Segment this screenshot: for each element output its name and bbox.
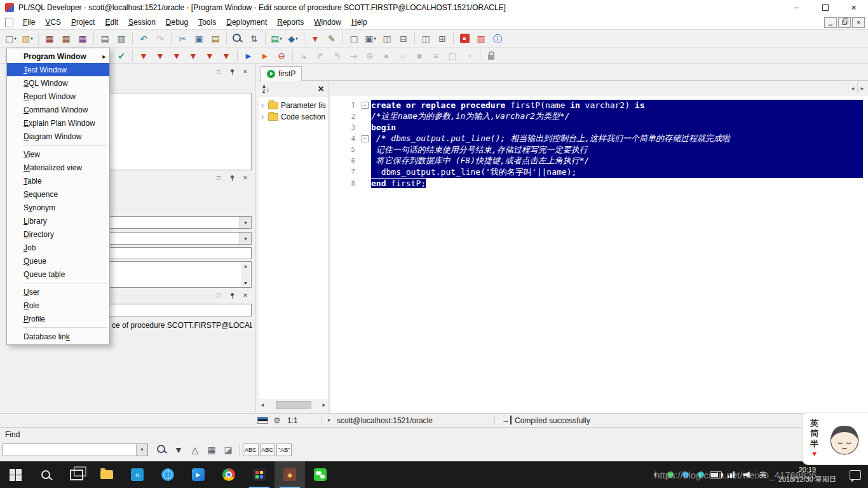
templates-button[interactable]: ▼ — [219, 49, 234, 63]
menu-item-synonym[interactable]: Synonym — [7, 201, 109, 214]
toggle-breakpoint-button[interactable]: ● — [379, 49, 394, 63]
snippets-button[interactable]: ▼ — [202, 49, 217, 63]
execute-button[interactable]: ► — [241, 49, 256, 63]
volume-indicator[interactable] — [739, 461, 754, 488]
dock-close-button[interactable]: ✕ — [241, 292, 249, 299]
dock-maximize-button[interactable]: □ — [215, 174, 222, 182]
redo-button[interactable]: ↷ — [153, 32, 168, 46]
browser-app-button[interactable] — [153, 461, 183, 488]
lock-button[interactable] — [484, 49, 499, 63]
menubar-item-debug[interactable]: Debug — [161, 16, 193, 29]
add-watch-button[interactable]: ⊕ — [362, 49, 377, 63]
wrench-icon[interactable]: ⚙ — [273, 416, 281, 425]
menubar-item-project[interactable]: Project — [66, 16, 100, 29]
game-app-button[interactable] — [244, 461, 275, 488]
task-view-button[interactable] — [61, 461, 92, 488]
direction-down-button[interactable]: ▼ — [171, 443, 186, 457]
new-document-button[interactable]: ▢▾ — [3, 32, 18, 46]
chevron-down-icon[interactable]: ▼ — [327, 418, 331, 423]
syntax-check-button[interactable]: ✔ — [114, 49, 129, 63]
restore-button[interactable] — [811, 0, 839, 15]
run-to-cursor-button[interactable]: ⇥ — [346, 49, 361, 63]
menu-item-user[interactable]: User — [7, 285, 109, 299]
tree-item-parameter-lis[interactable]: ›Parameter lis — [259, 100, 328, 111]
menu-item-materialized-view[interactable]: Materialized view — [7, 161, 109, 174]
menu-item-test-window[interactable]: Test Window — [7, 63, 109, 76]
fold-marker[interactable]: − — [358, 102, 371, 109]
menu-item-library[interactable]: Library — [7, 214, 109, 227]
code-text[interactable]: /*这里name为的参数,in为输入,varchar2为类型*/ — [371, 111, 863, 123]
menu-item-database-link[interactable]: Database link — [7, 330, 109, 343]
window-tile-horizontal-button[interactable]: ◫ — [379, 32, 395, 46]
step-over-button[interactable]: ↱ — [313, 49, 328, 63]
mark-all-button[interactable]: ▦ — [204, 443, 219, 457]
step-out-button[interactable]: ↰ — [329, 49, 344, 63]
find-next-button[interactable] — [154, 443, 170, 457]
menu-item-profile[interactable]: Profile — [7, 312, 109, 325]
copy-screen-button[interactable]: ◫ — [418, 32, 433, 46]
find-button[interactable] — [230, 32, 245, 46]
save-button[interactable]: ▦ — [42, 32, 57, 46]
menu-item-role[interactable]: Role — [7, 299, 109, 312]
scroll-left-button[interactable]: ◄ — [848, 83, 857, 93]
code-text[interactable]: dbms_output.put_line('我的名字叫'||name); — [371, 166, 863, 178]
code-text[interactable]: begin — [371, 122, 863, 133]
menubar-item-tools[interactable]: Tools — [193, 16, 221, 29]
match-case-toggle[interactable]: ABC — [243, 444, 259, 456]
open-file-button[interactable]: ▧▾ — [20, 32, 35, 46]
menu-item-queue[interactable]: Queue — [7, 254, 109, 268]
menubar-item-edit[interactable]: Edit — [100, 16, 123, 29]
scrollbar-thumb[interactable] — [276, 401, 311, 409]
wechat-button[interactable] — [305, 461, 336, 488]
code-text[interactable]: 将它保存到数据库中 (F8)快捷键,或者点击左上角执行*/ — [371, 156, 863, 167]
window-cascade-dropdown[interactable]: ▣▾ — [363, 32, 378, 46]
dock-maximize-button[interactable]: □ — [215, 292, 222, 299]
scroll-right-button[interactable]: ► — [857, 83, 867, 93]
action-center-button[interactable] — [843, 461, 868, 488]
dock-close-button[interactable]: ✕ — [241, 174, 249, 182]
dock-maximize-button[interactable]: □ — [215, 68, 222, 76]
menu-item-view[interactable]: View — [7, 147, 109, 161]
browser-dropdown-button[interactable]: ◆▾ — [285, 32, 301, 46]
execute-record-button[interactable]: ► — [257, 49, 273, 63]
dock-pin-button[interactable] — [228, 292, 236, 299]
find-input[interactable]: ▼ — [3, 444, 148, 456]
tree-horizontal-scrollbar[interactable]: ◄ ► — [259, 399, 328, 410]
profiler-button[interactable]: ◔ — [461, 49, 477, 63]
edit-data-button[interactable]: ✎ — [324, 32, 339, 46]
plsql-developer-app-button[interactable]: ◆ — [275, 461, 305, 488]
save-as-button[interactable]: ▦ — [58, 32, 74, 46]
save-all-button[interactable]: ▦ — [75, 32, 90, 46]
mdi-restore-button[interactable] — [838, 17, 851, 28]
list-scrollbar[interactable]: ▲▼ — [241, 262, 250, 287]
menubar-item-window[interactable]: Window — [309, 16, 346, 29]
describe-dropdown-button[interactable]: ▤▾ — [269, 32, 284, 46]
menu-item-report-window[interactable]: Report Window — [7, 90, 109, 103]
menubar-item-session[interactable]: Session — [123, 16, 161, 29]
tab-firstp[interactable]: firstP — [261, 66, 302, 81]
regex-toggle[interactable]: "AB" — [276, 444, 292, 456]
mdi-close-button[interactable]: ✕ — [852, 17, 865, 28]
close-pane-button[interactable]: ✕ — [318, 85, 324, 93]
beautifier-button[interactable]: ▼ — [136, 49, 151, 63]
print-button[interactable]: ▤ — [97, 32, 112, 46]
language-indicator[interactable]: 英 — [754, 461, 772, 488]
clock[interactable]: 20:19 2018/12/30 星期日 — [772, 461, 843, 488]
minimize-button[interactable]: ─ — [782, 0, 811, 15]
output-button[interactable]: ≡ — [428, 49, 444, 63]
sort-button[interactable]: AZ ↓ — [262, 85, 269, 93]
menu-item-job[interactable]: Job — [7, 241, 109, 254]
window-new-button[interactable]: ▢ — [346, 32, 362, 46]
menu-item-queue-table[interactable]: Queue table — [7, 268, 109, 281]
menubar-item-file[interactable]: File — [18, 16, 40, 29]
chrome-button[interactable] — [214, 461, 244, 488]
menu-item-diagram-window[interactable]: Diagram Window — [7, 130, 109, 143]
tray-icon-messaging[interactable] — [663, 461, 678, 488]
dock-close-button[interactable]: ✕ — [241, 68, 249, 76]
dock-pin-button[interactable] — [228, 174, 236, 182]
start-button[interactable] — [0, 461, 31, 488]
stop-debug-button[interactable]: ■ — [412, 49, 427, 63]
connection-indicator[interactable]: scott@localhost:1521/oracle — [337, 416, 433, 425]
mdi-minimize-button[interactable]: ▁ — [824, 17, 837, 28]
network-indicator[interactable] — [724, 461, 739, 488]
